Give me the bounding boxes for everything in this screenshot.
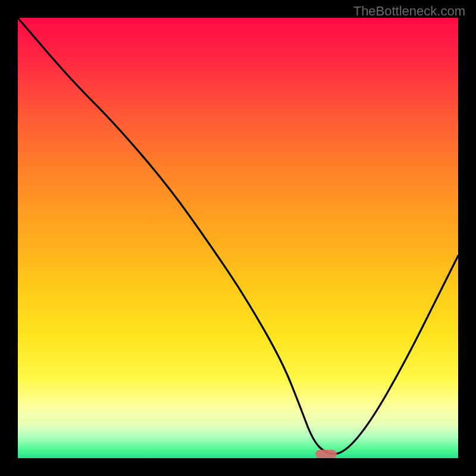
watermark-text: TheBottleneck.com [353, 4, 465, 19]
bottleneck-curve [18, 18, 458, 458]
plot-area [18, 18, 458, 458]
curve-path [18, 18, 458, 454]
optimal-marker [315, 450, 337, 458]
